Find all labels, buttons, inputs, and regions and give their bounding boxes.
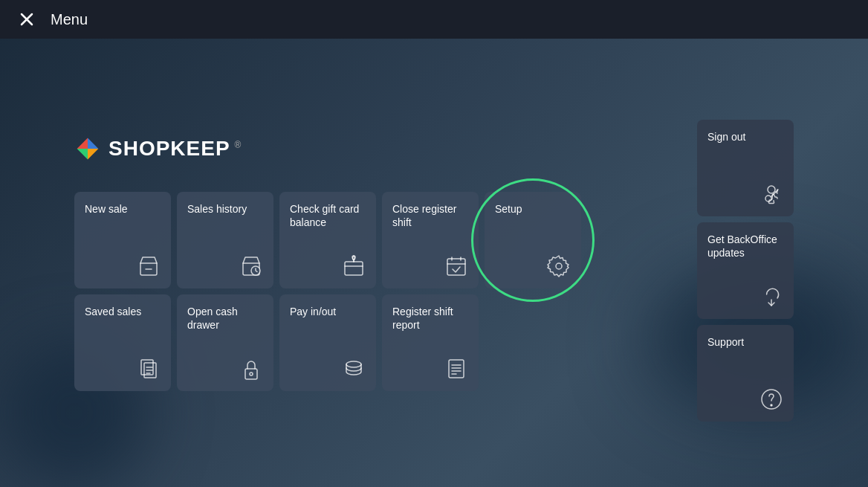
tile-register-shift-report[interactable]: Register shift report bbox=[382, 294, 479, 391]
tile-support-label: Support bbox=[707, 335, 783, 349]
svg-marker-4 bbox=[77, 149, 88, 159]
tile-support-icon bbox=[707, 387, 783, 411]
main-content: SHOPKEEP ® New sale bbox=[0, 39, 868, 487]
logo-text: SHOPKEEP bbox=[108, 137, 230, 161]
tile-setup-icon bbox=[495, 254, 571, 278]
logo: SHOPKEEP ® bbox=[74, 135, 241, 162]
tile-sales-history-icon bbox=[187, 254, 263, 278]
svg-marker-3 bbox=[88, 138, 98, 148]
tile-setup[interactable]: Setup bbox=[485, 192, 581, 288]
tile-close-register-shift[interactable]: Close register shift bbox=[382, 192, 479, 288]
tile-get-backoffice-updates[interactable]: Get BackOffice updates bbox=[697, 222, 794, 319]
svg-marker-5 bbox=[88, 149, 98, 159]
svg-point-19 bbox=[346, 361, 361, 367]
tile-new-sale-icon bbox=[85, 254, 161, 278]
tile-sign-out-label: Sign out bbox=[707, 130, 783, 143]
tile-sales-history[interactable]: Sales history bbox=[177, 192, 273, 288]
tile-get-backoffice-updates-icon bbox=[707, 285, 783, 309]
tile-saved-sales-label: Saved sales bbox=[85, 305, 161, 318]
tile-support[interactable]: Support bbox=[697, 325, 794, 422]
logo-area: SHOPKEEP ® bbox=[74, 135, 241, 162]
header: Menu bbox=[0, 0, 868, 39]
svg-rect-9 bbox=[447, 259, 465, 275]
tile-pay-in-out-icon bbox=[290, 357, 366, 381]
tile-register-shift-report-icon bbox=[392, 357, 468, 381]
tile-check-gift-card[interactable]: Check gift card balance bbox=[279, 192, 376, 288]
svg-point-11 bbox=[556, 263, 562, 269]
tile-sales-history-label: Sales history bbox=[187, 202, 263, 216]
logo-trademark: ® bbox=[235, 140, 242, 150]
tile-close-register-shift-icon bbox=[392, 254, 468, 278]
tile-register-shift-report-label: Register shift report bbox=[392, 305, 468, 332]
tile-sign-out[interactable]: Sign out bbox=[697, 120, 794, 216]
tile-saved-sales-icon bbox=[85, 357, 161, 381]
tile-open-cash-drawer[interactable]: Open cash drawer bbox=[177, 294, 273, 391]
tile-new-sale-label: New sale bbox=[85, 202, 161, 216]
svg-rect-7 bbox=[345, 262, 363, 275]
svg-marker-2 bbox=[77, 138, 88, 148]
svg-point-31 bbox=[771, 404, 772, 406]
svg-point-26 bbox=[765, 196, 771, 201]
tile-check-gift-card-icon bbox=[290, 254, 366, 278]
svg-point-18 bbox=[250, 372, 253, 375]
tile-open-cash-drawer-label: Open cash drawer bbox=[187, 305, 263, 332]
tile-check-gift-card-label: Check gift card balance bbox=[290, 202, 366, 229]
setup-highlight-circle bbox=[471, 178, 595, 302]
left-panel: SHOPKEEP ® New sale bbox=[74, 135, 581, 391]
tile-pay-in-out[interactable]: Pay in/out bbox=[279, 294, 376, 391]
tile-new-sale[interactable]: New sale bbox=[74, 192, 171, 288]
tile-get-backoffice-updates-label: Get BackOffice updates bbox=[707, 233, 783, 259]
menu-row-2: Saved sales Open cash drawer bbox=[74, 294, 581, 391]
tile-saved-sales[interactable]: Saved sales bbox=[74, 294, 171, 391]
tile-close-register-shift-label: Close register shift bbox=[392, 202, 468, 229]
svg-point-25 bbox=[768, 186, 775, 193]
shopkeep-logo-icon bbox=[74, 135, 101, 162]
tile-pay-in-out-label: Pay in/out bbox=[290, 305, 366, 318]
menu-title: Menu bbox=[51, 11, 88, 28]
right-panel: Sign out Get BackOffice updates bbox=[697, 120, 794, 422]
menu-grid: New sale Sales history bbox=[74, 192, 581, 391]
tile-open-cash-drawer-icon bbox=[187, 357, 263, 381]
svg-rect-20 bbox=[449, 360, 464, 378]
close-button[interactable] bbox=[15, 7, 39, 31]
tile-setup-label: Setup bbox=[495, 202, 571, 216]
svg-rect-17 bbox=[245, 369, 257, 379]
menu-row-1: New sale Sales history bbox=[74, 192, 581, 288]
tile-sign-out-icon bbox=[707, 182, 783, 206]
